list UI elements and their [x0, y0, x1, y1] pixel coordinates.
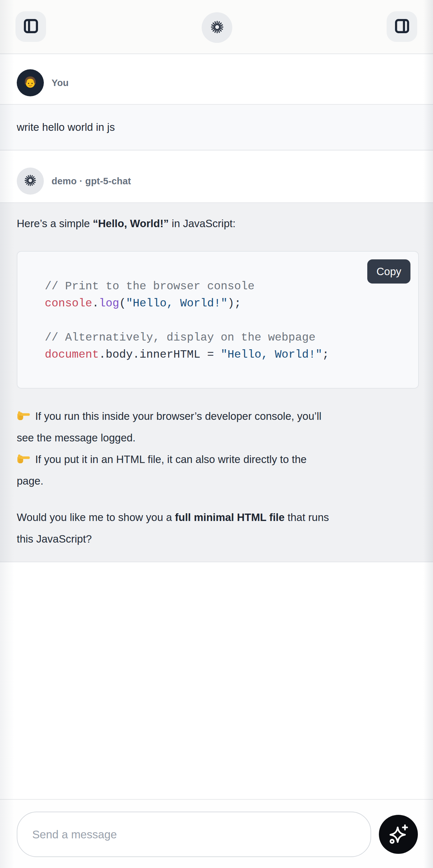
starburst-icon: [24, 174, 37, 188]
user-avatar: [17, 69, 44, 96]
composer-bar: [0, 799, 433, 868]
assistant-paragraph: If you run this inside your browser’s de…: [17, 405, 416, 492]
code-line: console.log("Hello, World!");: [45, 295, 418, 312]
code-line: [45, 312, 418, 329]
text-line: If you run this inside your browser’s de…: [17, 405, 416, 427]
chat-app: You write hello world in js demo · gpt-5…: [0, 0, 433, 868]
panel-left-icon: [23, 18, 39, 35]
assistant-avatar: [17, 167, 44, 195]
code-line: document.body.innerHTML = "Hello, World!…: [45, 346, 418, 364]
side-panel-toggle-button[interactable]: [386, 11, 417, 42]
code-block: Copy// Print to the browser consoleconso…: [17, 251, 419, 389]
user-message-text: write hello world in js: [17, 121, 115, 133]
assistant-paragraph: Here’s a simple “Hello, World!” in JavaS…: [17, 213, 416, 234]
text-line: Would you like me to show you a full min…: [17, 506, 416, 528]
assistant-turn-header: demo · gpt-5-chat: [0, 167, 433, 195]
text-line: If you put it in an HTML file, it can al…: [17, 448, 416, 470]
top-bar: [0, 0, 433, 54]
user-message: write hello world in js: [0, 104, 433, 151]
assistant-message: Here’s a simple “Hello, World!” in JavaS…: [0, 202, 433, 562]
panel-right-icon: [394, 18, 410, 35]
message-input[interactable]: [17, 812, 371, 857]
code-line: // Print to the browser console: [45, 278, 418, 295]
text-line: see the message logged.: [17, 427, 416, 448]
user-name: You: [52, 78, 69, 88]
conversation: You write hello world in js demo · gpt-5…: [0, 69, 433, 562]
text-line: page.: [17, 470, 416, 492]
model-avatar-button[interactable]: [202, 12, 232, 43]
assistant-paragraph: Would you like me to show you a full min…: [17, 506, 416, 550]
assistant-name: demo · gpt-5-chat: [52, 176, 131, 187]
pointing-right-emoji: [17, 407, 30, 417]
starburst-icon: [210, 20, 224, 35]
sparkle-plus-icon: [388, 824, 409, 845]
text-line: this JavaScript?: [17, 528, 416, 550]
sidebar-toggle-button[interactable]: [16, 11, 46, 42]
person-emoji: [22, 74, 39, 92]
pointing-right-emoji: [17, 450, 30, 461]
new-chat-sparkle-button[interactable]: [379, 815, 418, 854]
code-line: // Alternatively, display on the webpage: [45, 329, 418, 346]
user-turn-header: You: [0, 69, 433, 96]
copy-button[interactable]: Copy: [367, 259, 410, 283]
text-line: Here’s a simple “Hello, World!” in JavaS…: [17, 213, 416, 234]
code-content: // Print to the browser consoleconsole.l…: [45, 278, 418, 364]
